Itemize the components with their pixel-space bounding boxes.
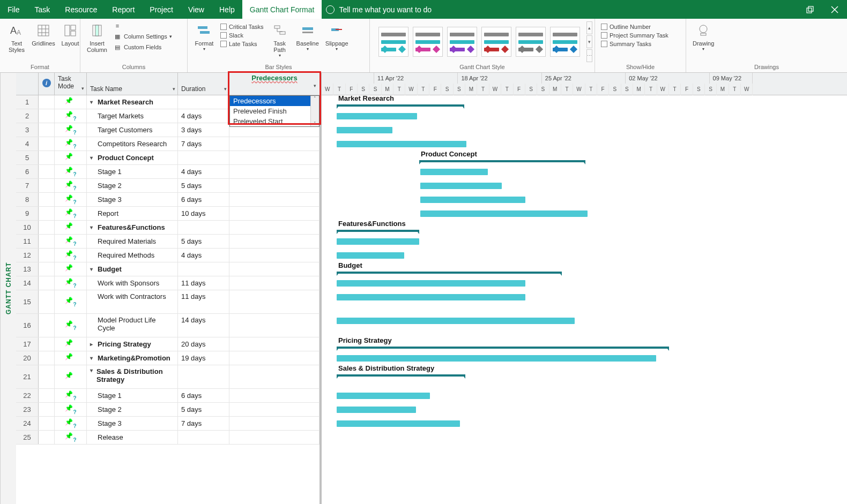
duration-cell[interactable]: 7 days <box>178 137 229 151</box>
task-mode-cell[interactable] <box>55 179 87 192</box>
task-row[interactable]: 8Stage 36 days <box>16 193 320 207</box>
task-name-cell[interactable]: Required Materials <box>87 235 178 248</box>
task-path-button[interactable]: Task Path▾ <box>268 21 292 59</box>
duration-cell[interactable]: 5 days <box>178 179 229 192</box>
task-mode-cell[interactable] <box>55 314 87 337</box>
outline-toggle-icon[interactable]: ▾ <box>90 224 95 230</box>
task-row[interactable]: 17▸Pricing Strategy20 days <box>16 337 320 351</box>
row-number[interactable]: 23 <box>16 403 39 416</box>
restore-window-button[interactable] <box>798 0 822 19</box>
task-mode-cell[interactable] <box>55 221 87 234</box>
task-name-cell[interactable]: ▾Budget <box>87 262 178 276</box>
duration-cell[interactable]: 3 days <box>178 123 229 137</box>
duration-cell[interactable] <box>178 431 229 444</box>
task-bar[interactable] <box>337 238 419 245</box>
task-mode-cell[interactable] <box>55 137 87 151</box>
task-row[interactable]: 20▾Marketing&Promotion19 days <box>16 351 320 365</box>
select-all-cell[interactable] <box>16 73 39 95</box>
task-name-cell[interactable]: Target Customers <box>87 123 178 137</box>
extra-cell[interactable] <box>229 314 320 337</box>
task-bar[interactable] <box>337 355 656 362</box>
task-name-cell[interactable]: Report <box>87 207 178 220</box>
task-name-cell[interactable]: Stage 2 <box>87 179 178 192</box>
task-bar[interactable] <box>337 280 525 287</box>
duration-cell[interactable] <box>178 95 229 109</box>
task-bar[interactable] <box>337 141 466 147</box>
extra-cell[interactable] <box>229 417 320 430</box>
style-swatch[interactable] <box>447 27 477 57</box>
style-swatch[interactable] <box>378 27 408 57</box>
slippage-button[interactable]: Slippage▾ <box>323 21 351 52</box>
task-mode-cell[interactable] <box>55 165 87 178</box>
duration-cell[interactable]: 10 days <box>178 207 229 220</box>
gantt-timeline[interactable]: 11 Apr '2218 Apr '2225 Apr '2202 May '22… <box>322 73 847 504</box>
duration-cell[interactable]: 4 days <box>178 249 229 262</box>
tab-task[interactable]: Task <box>27 0 58 19</box>
task-mode-cell[interactable] <box>55 431 87 444</box>
text-styles-button[interactable]: AAText Styles <box>4 21 29 54</box>
task-bar[interactable] <box>420 210 588 217</box>
tab-view[interactable]: View <box>181 0 212 19</box>
duration-cell[interactable]: 11 days <box>178 290 229 313</box>
task-mode-cell[interactable] <box>55 403 87 416</box>
duration-cell[interactable] <box>178 151 229 164</box>
tab-report[interactable]: Report <box>105 0 142 19</box>
task-mode-cell[interactable] <box>55 249 87 262</box>
row-number[interactable]: 6 <box>16 165 39 178</box>
summary-tasks-checkbox[interactable]: Summary Tasks <box>599 40 670 48</box>
duration-cell[interactable]: 19 days <box>178 351 229 365</box>
duration-cell[interactable]: 4 days <box>178 109 229 123</box>
extra-cell[interactable] <box>229 235 320 248</box>
style-swatch[interactable] <box>481 27 511 57</box>
task-bar[interactable] <box>337 393 430 399</box>
outline-toggle-icon[interactable]: ▾ <box>90 355 95 361</box>
style-swatch[interactable] <box>516 27 546 57</box>
extra-cell[interactable] <box>229 351 320 365</box>
task-row[interactable]: 25Release <box>16 431 320 445</box>
task-name-cell[interactable]: ▾Market Research <box>87 95 178 109</box>
summary-bar[interactable] <box>337 272 562 274</box>
drawing-button[interactable]: Drawing▾ <box>690 21 716 52</box>
task-name-cell[interactable]: Work with Contractors <box>87 290 178 313</box>
task-bar[interactable] <box>337 127 392 133</box>
project-summary-checkbox[interactable]: Project Summary Task <box>599 32 670 39</box>
duration-cell[interactable] <box>178 221 229 234</box>
extra-cell[interactable] <box>229 179 320 192</box>
task-bar[interactable] <box>337 420 460 427</box>
extra-cell[interactable] <box>229 193 320 206</box>
column-settings-button[interactable]: ▦Column Settings ▾ <box>112 32 174 41</box>
scroll-up-icon[interactable]: ˄ <box>314 96 316 101</box>
task-mode-cell[interactable] <box>55 389 87 402</box>
duration-cell[interactable]: 11 days <box>178 276 229 290</box>
style-swatch[interactable] <box>413 27 443 57</box>
summary-bar[interactable] <box>337 230 419 232</box>
outline-number-checkbox[interactable]: Outline Number <box>599 23 670 31</box>
extra-cell[interactable] <box>229 262 320 276</box>
row-number[interactable]: 8 <box>16 193 39 206</box>
row-number[interactable]: 11 <box>16 235 39 248</box>
duration-cell[interactable]: 6 days <box>178 389 229 402</box>
gridlines-button[interactable]: Gridlines <box>31 21 56 48</box>
task-name-cell[interactable]: Work with Sponsors <box>87 276 178 290</box>
task-mode-cell[interactable] <box>55 351 87 365</box>
task-row[interactable]: 24Stage 37 days <box>16 417 320 431</box>
dropdown-option[interactable]: Predecessors <box>230 96 319 106</box>
duration-cell[interactable] <box>178 365 229 388</box>
task-row[interactable]: 12Required Methods4 days <box>16 249 320 262</box>
extra-cell[interactable] <box>229 207 320 220</box>
extra-cell[interactable] <box>229 249 320 262</box>
critical-tasks-checkbox[interactable]: Critical Tasks <box>219 23 265 31</box>
summary-bar[interactable] <box>419 160 585 162</box>
task-row[interactable]: 21▾Sales & Distribution Strategy <box>16 365 320 389</box>
task-row[interactable]: 13▾Budget <box>16 262 320 276</box>
task-name-cell[interactable]: ▸Pricing Strategy <box>87 337 178 351</box>
task-name-cell[interactable]: Stage 2 <box>87 403 178 416</box>
task-name-cell[interactable]: Stage 3 <box>87 417 178 430</box>
task-mode-column-header[interactable]: Task Mode▾ <box>55 73 87 95</box>
extra-cell[interactable] <box>229 431 320 444</box>
task-name-column-header[interactable]: Task Name▾ <box>87 73 178 95</box>
row-number[interactable]: 12 <box>16 249 39 262</box>
extra-cell[interactable] <box>229 365 320 388</box>
dropdown-option[interactable]: Preleveled Start <box>230 116 319 126</box>
task-mode-cell[interactable] <box>55 365 87 388</box>
